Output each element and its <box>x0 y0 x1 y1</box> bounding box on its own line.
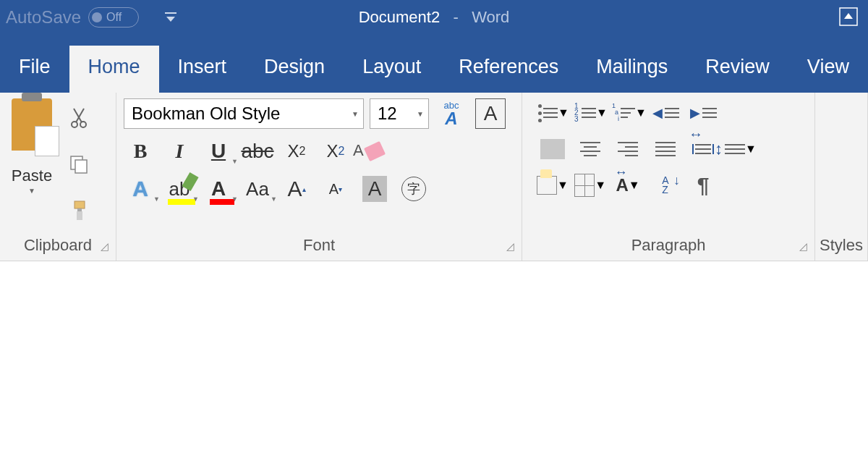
paste-button[interactable]: Paste ▼ <box>0 93 64 236</box>
font-color-button[interactable]: A▼ <box>202 172 235 206</box>
tab-mailings[interactable]: Mailings <box>577 46 686 93</box>
line-spacing-button[interactable]: ▼ <box>725 136 757 162</box>
group-font: Bookman Old Style ▼ 12 ▼ abc A A <box>116 93 522 261</box>
tab-home[interactable]: Home <box>69 46 159 93</box>
autosave-toggle[interactable]: Off <box>88 7 139 28</box>
group-clipboard: Paste ▼ Clipboard ◿ <box>0 93 116 261</box>
paragraph-launcher-icon[interactable]: ◿ <box>799 240 807 252</box>
text-effects-icon: A <box>132 177 148 201</box>
dropdown-icon: ▼ <box>231 158 238 165</box>
autosave-control[interactable]: AutoSave Off <box>0 7 139 28</box>
group-label-paragraph: Paragraph ◿ <box>522 236 814 261</box>
svg-rect-9 <box>75 160 87 173</box>
tab-review[interactable]: Review <box>686 46 788 93</box>
italic-button[interactable]: I <box>163 135 196 168</box>
paste-label: Paste <box>12 166 52 185</box>
increase-indent-button[interactable]: ▶ <box>687 100 719 126</box>
format-painter-button[interactable] <box>68 200 90 221</box>
align-right-button[interactable] <box>612 136 644 162</box>
cut-button[interactable] <box>68 107 90 129</box>
borders-icon <box>574 174 595 197</box>
strikethrough-button[interactable]: abc <box>241 135 274 168</box>
ribbon-display-options[interactable] <box>839 7 858 26</box>
tab-file[interactable]: File <box>0 46 69 93</box>
increase-indent-icon: ▶ <box>690 105 717 121</box>
align-center-button[interactable] <box>574 136 606 162</box>
font-launcher-icon[interactable]: ◿ <box>506 240 514 252</box>
tab-design[interactable]: Design <box>245 46 344 93</box>
justify-button[interactable] <box>650 136 681 162</box>
group-paragraph: ▼ 123 ▼ 1ai ▼ <box>522 93 815 261</box>
distributed-icon <box>692 144 714 154</box>
clipboard-launcher-icon[interactable]: ◿ <box>101 240 109 252</box>
svg-rect-10 <box>75 201 85 208</box>
change-case-button[interactable]: Aa▼ <box>241 172 274 206</box>
shading-icon <box>537 176 557 195</box>
paste-dropdown-icon[interactable]: ▼ <box>28 187 35 195</box>
grow-font-button[interactable]: A▴ <box>280 172 313 206</box>
dropdown-icon: ▼ <box>231 195 238 203</box>
scissors-icon <box>69 107 88 129</box>
copy-icon <box>69 154 89 174</box>
font-name-selector[interactable]: Bookman Old Style ▼ <box>124 98 364 129</box>
svg-rect-12 <box>77 211 82 220</box>
dropdown-icon: ▼ <box>629 179 640 192</box>
clipboard-icon <box>12 98 52 151</box>
autosave-state: Off <box>106 11 122 24</box>
eraser-icon <box>366 144 383 159</box>
subscript-button[interactable]: X2 <box>280 135 313 168</box>
autosave-label: AutoSave <box>6 7 81 28</box>
sort-button[interactable]: AZ <box>650 172 681 198</box>
document-canvas[interactable] <box>0 261 868 456</box>
superscript-button[interactable]: X2 <box>319 135 352 168</box>
toggle-indicator-icon <box>92 12 102 22</box>
bold-button[interactable]: B <box>124 135 157 168</box>
paintbrush-icon <box>69 200 89 221</box>
group-styles: Styles <box>815 93 868 261</box>
character-shading-button[interactable]: A <box>358 172 391 206</box>
align-right-icon <box>618 142 638 156</box>
borders-button[interactable]: ▼ <box>574 172 606 198</box>
multilevel-list-button[interactable]: 1ai ▼ <box>612 100 644 126</box>
highlight-icon: ab <box>169 178 190 200</box>
shading-button[interactable]: ▼ <box>537 172 569 198</box>
numbering-button[interactable]: 123 ▼ <box>574 100 606 126</box>
clear-formatting-button[interactable]: abc A <box>435 97 468 130</box>
underline-button[interactable]: U▼ <box>202 135 235 168</box>
font-name-value: Bookman Old Style <box>132 104 280 124</box>
copy-button[interactable] <box>68 153 90 175</box>
asian-layout-button[interactable]: A ▼ <box>612 172 644 198</box>
ribbon-tabs: File Home Insert Design Layout Reference… <box>0 35 868 93</box>
decrease-indent-icon: ◀ <box>652 105 679 121</box>
text-effects-button[interactable]: A▼ <box>124 172 157 206</box>
bullets-button[interactable]: ▼ <box>537 100 569 126</box>
decrease-indent-button[interactable]: ◀ <box>650 100 681 126</box>
enclose-icon: 字 <box>401 177 426 201</box>
tab-references[interactable]: References <box>440 46 577 93</box>
title-bar: AutoSave Off Document2 - Word <box>0 0 868 35</box>
clear-formatting-icon: abc A <box>444 101 459 127</box>
group-label-clipboard: Clipboard ◿ <box>0 236 116 261</box>
tab-view[interactable]: View <box>788 46 868 93</box>
ribbon: Paste ▼ Clipboard ◿ <box>0 93 868 261</box>
character-border-button[interactable]: A <box>474 97 507 130</box>
align-center-icon <box>580 142 600 156</box>
dropdown-icon: ▼ <box>417 110 424 118</box>
enclose-characters-button[interactable]: 字 <box>397 172 430 206</box>
dropdown-icon: ▼ <box>596 106 608 119</box>
svg-rect-11 <box>77 208 82 211</box>
font-size-selector[interactable]: 12 ▼ <box>370 98 429 129</box>
shrink-font-button[interactable]: A▾ <box>319 172 352 206</box>
align-left-button[interactable] <box>537 136 569 162</box>
character-border-icon: A <box>475 98 506 129</box>
numbering-icon: 123 <box>574 103 579 122</box>
quick-access-customize[interactable] <box>163 11 178 24</box>
phonetic-guide-button[interactable] <box>358 135 391 168</box>
justify-icon <box>655 142 676 156</box>
highlight-button[interactable]: ab▼ <box>163 172 196 206</box>
tab-layout[interactable]: Layout <box>344 46 440 93</box>
app-name: Word <box>472 8 509 26</box>
show-hide-button[interactable]: ¶ <box>687 172 719 198</box>
tab-insert[interactable]: Insert <box>159 46 246 93</box>
asian-layout-icon: A <box>616 175 628 195</box>
